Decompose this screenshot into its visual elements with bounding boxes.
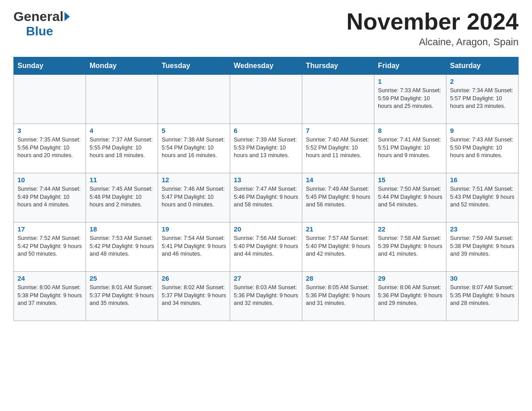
day-number: 29	[378, 274, 442, 282]
day-info: Sunrise: 7:41 AM Sunset: 5:51 PM Dayligh…	[378, 136, 442, 160]
day-number: 5	[162, 127, 226, 134]
cell-week5-day4: 28Sunrise: 8:05 AM Sunset: 5:36 PM Dayli…	[302, 272, 374, 321]
day-info: Sunrise: 8:07 AM Sunset: 5:35 PM Dayligh…	[450, 284, 515, 308]
day-info: Sunrise: 7:50 AM Sunset: 5:44 PM Dayligh…	[378, 185, 442, 209]
day-info: Sunrise: 8:03 AM Sunset: 5:36 PM Dayligh…	[234, 284, 298, 308]
day-info: Sunrise: 7:49 AM Sunset: 5:45 PM Dayligh…	[306, 185, 370, 209]
day-info: Sunrise: 7:53 AM Sunset: 5:42 PM Dayligh…	[90, 235, 154, 258]
day-number: 25	[90, 274, 154, 282]
cell-week3-day0: 10Sunrise: 7:44 AM Sunset: 5:49 PM Dayli…	[14, 173, 86, 223]
day-number: 15	[378, 176, 442, 184]
logo-general-text: General	[13, 9, 64, 24]
cell-week3-day3: 13Sunrise: 7:47 AM Sunset: 5:46 PM Dayli…	[230, 173, 302, 223]
day-info: Sunrise: 7:47 AM Sunset: 5:46 PM Dayligh…	[234, 185, 298, 209]
day-info: Sunrise: 7:46 AM Sunset: 5:47 PM Dayligh…	[162, 185, 226, 209]
cell-week2-day2: 5Sunrise: 7:38 AM Sunset: 5:54 PM Daylig…	[158, 124, 230, 173]
day-number: 20	[234, 225, 298, 233]
cell-week4-day4: 21Sunrise: 7:57 AM Sunset: 5:40 PM Dayli…	[302, 223, 374, 272]
col-tuesday: Tuesday	[158, 57, 230, 75]
week-row-4: 17Sunrise: 7:52 AM Sunset: 5:42 PM Dayli…	[14, 223, 519, 272]
cell-week2-day4: 7Sunrise: 7:40 AM Sunset: 5:52 PM Daylig…	[302, 124, 374, 173]
day-info: Sunrise: 8:02 AM Sunset: 5:37 PM Dayligh…	[162, 284, 226, 308]
cell-week1-day0	[14, 75, 86, 124]
day-number: 10	[17, 176, 82, 184]
day-number: 19	[162, 225, 226, 233]
day-number: 13	[234, 176, 298, 184]
day-info: Sunrise: 7:40 AM Sunset: 5:52 PM Dayligh…	[306, 136, 370, 160]
cell-week5-day1: 25Sunrise: 8:01 AM Sunset: 5:37 PM Dayli…	[86, 272, 158, 321]
day-number: 8	[378, 127, 442, 134]
day-number: 6	[234, 127, 298, 134]
month-year-title: November 2024	[347, 9, 519, 34]
cell-week1-day5: 1Sunrise: 7:33 AM Sunset: 5:59 PM Daylig…	[374, 75, 446, 124]
cell-week5-day6: 30Sunrise: 8:07 AM Sunset: 5:35 PM Dayli…	[446, 272, 519, 321]
day-number: 1	[378, 77, 442, 85]
cell-week3-day1: 11Sunrise: 7:45 AM Sunset: 5:48 PM Dayli…	[86, 173, 158, 223]
col-wednesday: Wednesday	[230, 57, 302, 75]
weekday-header-row: Sunday Monday Tuesday Wednesday Thursday…	[14, 57, 519, 75]
day-info: Sunrise: 7:33 AM Sunset: 5:59 PM Dayligh…	[378, 87, 442, 111]
cell-week4-day5: 22Sunrise: 7:58 AM Sunset: 5:39 PM Dayli…	[374, 223, 446, 272]
cell-week5-day5: 29Sunrise: 8:06 AM Sunset: 5:36 PM Dayli…	[374, 272, 446, 321]
day-number: 2	[450, 77, 515, 85]
col-sunday: Sunday	[14, 57, 86, 75]
day-info: Sunrise: 7:37 AM Sunset: 5:55 PM Dayligh…	[90, 136, 154, 160]
day-info: Sunrise: 7:43 AM Sunset: 5:50 PM Dayligh…	[450, 136, 515, 160]
week-row-1: 1Sunrise: 7:33 AM Sunset: 5:59 PM Daylig…	[14, 75, 519, 124]
title-area: November 2024 Alcaine, Aragon, Spain	[347, 9, 519, 48]
day-number: 4	[90, 127, 154, 134]
cell-week1-day4	[302, 75, 374, 124]
day-number: 3	[17, 127, 82, 134]
cell-week1-day6: 2Sunrise: 7:34 AM Sunset: 5:57 PM Daylig…	[446, 75, 519, 124]
cell-week4-day0: 17Sunrise: 7:52 AM Sunset: 5:42 PM Dayli…	[14, 223, 86, 272]
calendar-table: Sunday Monday Tuesday Wednesday Thursday…	[13, 57, 519, 321]
cell-week3-day5: 15Sunrise: 7:50 AM Sunset: 5:44 PM Dayli…	[374, 173, 446, 223]
day-number: 11	[90, 176, 154, 184]
cell-week4-day6: 23Sunrise: 7:59 AM Sunset: 5:38 PM Dayli…	[446, 223, 519, 272]
cell-week2-day5: 8Sunrise: 7:41 AM Sunset: 5:51 PM Daylig…	[374, 124, 446, 173]
day-number: 12	[162, 176, 226, 184]
day-info: Sunrise: 7:34 AM Sunset: 5:57 PM Dayligh…	[450, 87, 515, 111]
day-info: Sunrise: 7:38 AM Sunset: 5:54 PM Dayligh…	[162, 136, 226, 160]
day-number: 16	[450, 176, 515, 184]
day-info: Sunrise: 7:52 AM Sunset: 5:42 PM Dayligh…	[17, 235, 82, 258]
day-number: 26	[162, 274, 226, 282]
day-number: 28	[306, 274, 370, 282]
cell-week2-day0: 3Sunrise: 7:35 AM Sunset: 5:56 PM Daylig…	[14, 124, 86, 173]
day-info: Sunrise: 8:05 AM Sunset: 5:36 PM Dayligh…	[306, 284, 370, 308]
cell-week2-day3: 6Sunrise: 7:39 AM Sunset: 5:53 PM Daylig…	[230, 124, 302, 173]
logo-blue-text: Blue	[13, 24, 53, 39]
cell-week5-day2: 26Sunrise: 8:02 AM Sunset: 5:37 PM Dayli…	[158, 272, 230, 321]
logo: General Blue	[13, 9, 70, 39]
logo-chevron-icon	[64, 12, 70, 21]
cell-week5-day0: 24Sunrise: 8:00 AM Sunset: 5:38 PM Dayli…	[14, 272, 86, 321]
cell-week3-day4: 14Sunrise: 7:49 AM Sunset: 5:45 PM Dayli…	[302, 173, 374, 223]
cell-week2-day1: 4Sunrise: 7:37 AM Sunset: 5:55 PM Daylig…	[86, 124, 158, 173]
day-info: Sunrise: 8:06 AM Sunset: 5:36 PM Dayligh…	[378, 284, 442, 308]
week-row-3: 10Sunrise: 7:44 AM Sunset: 5:49 PM Dayli…	[14, 173, 519, 223]
cell-week1-day1	[86, 75, 158, 124]
day-info: Sunrise: 7:45 AM Sunset: 5:48 PM Dayligh…	[90, 185, 154, 209]
page-header: General Blue November 2024 Alcaine, Arag…	[13, 9, 519, 48]
cell-week3-day6: 16Sunrise: 7:51 AM Sunset: 5:43 PM Dayli…	[446, 173, 519, 223]
day-number: 23	[450, 225, 515, 233]
day-number: 17	[17, 225, 82, 233]
day-info: Sunrise: 7:59 AM Sunset: 5:38 PM Dayligh…	[450, 235, 515, 258]
cell-week4-day1: 18Sunrise: 7:53 AM Sunset: 5:42 PM Dayli…	[86, 223, 158, 272]
day-number: 30	[450, 274, 515, 282]
col-thursday: Thursday	[302, 57, 374, 75]
col-monday: Monday	[86, 57, 158, 75]
day-info: Sunrise: 7:57 AM Sunset: 5:40 PM Dayligh…	[306, 235, 370, 258]
day-info: Sunrise: 7:56 AM Sunset: 5:40 PM Dayligh…	[234, 235, 298, 258]
day-info: Sunrise: 7:39 AM Sunset: 5:53 PM Dayligh…	[234, 136, 298, 160]
cell-week4-day2: 19Sunrise: 7:54 AM Sunset: 5:41 PM Dayli…	[158, 223, 230, 272]
cell-week4-day3: 20Sunrise: 7:56 AM Sunset: 5:40 PM Dayli…	[230, 223, 302, 272]
day-info: Sunrise: 7:44 AM Sunset: 5:49 PM Dayligh…	[17, 185, 82, 209]
col-friday: Friday	[374, 57, 446, 75]
week-row-5: 24Sunrise: 8:00 AM Sunset: 5:38 PM Dayli…	[14, 272, 519, 321]
week-row-2: 3Sunrise: 7:35 AM Sunset: 5:56 PM Daylig…	[14, 124, 519, 173]
col-saturday: Saturday	[446, 57, 519, 75]
day-number: 18	[90, 225, 154, 233]
day-number: 27	[234, 274, 298, 282]
day-info: Sunrise: 8:01 AM Sunset: 5:37 PM Dayligh…	[90, 284, 154, 308]
